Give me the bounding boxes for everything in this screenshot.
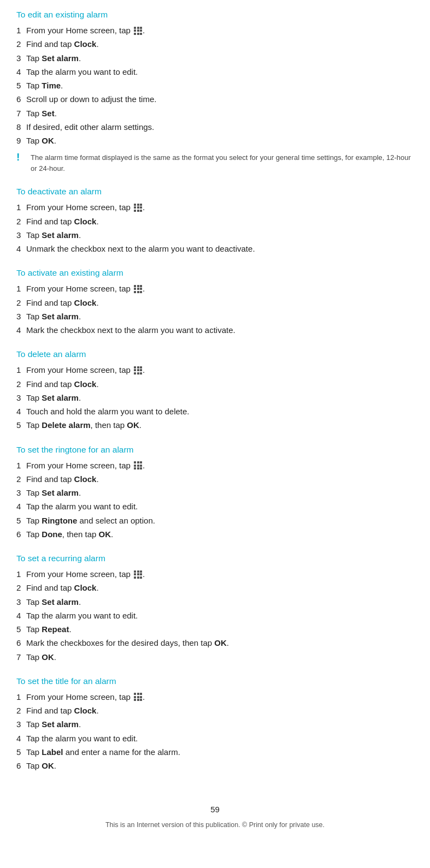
page-footer: 59This is an Internet version of this pu… (16, 805, 414, 834)
list-item: 2Find and tap Clock. (16, 215, 414, 228)
apps-grid-icon (134, 204, 142, 212)
list-item: 1From your Home screen, tap . (16, 568, 414, 580)
step-number: 8 (16, 121, 26, 133)
step-text: Find and tap Clock. (26, 473, 99, 485)
bold-text: Set alarm (42, 393, 79, 402)
step-number: 6 (16, 759, 26, 772)
bold-text: Set alarm (42, 488, 79, 497)
step-text: Find and tap Clock. (26, 704, 99, 717)
step-text: Tap the alarm you want to edit. (26, 732, 138, 745)
step-number: 5 (16, 623, 26, 635)
step-text: From your Home screen, tap . (26, 282, 145, 295)
step-number: 2 (16, 473, 26, 485)
step-text: Tap Time. (26, 79, 63, 92)
step-text: Find and tap Clock. (26, 215, 99, 228)
list-item: 3Tap Set alarm. (16, 52, 414, 64)
list-item: 8If desired, edit other alarm settings. (16, 121, 414, 133)
step-number: 4 (16, 66, 26, 78)
steps-list-delete-alarm: 1From your Home screen, tap .2Find and t… (16, 364, 414, 431)
list-item: 3Tap Set alarm. (16, 486, 414, 499)
list-item: 6Scroll up or down to adjust the time. (16, 93, 414, 105)
step-number: 5 (16, 514, 26, 527)
step-number: 5 (16, 746, 26, 758)
step-text: Find and tap Clock. (26, 296, 99, 309)
page-content: To edit an existing alarm1From your Home… (16, 10, 414, 834)
list-item: 6Tap OK. (16, 759, 414, 772)
step-number: 2 (16, 38, 26, 50)
step-number: 5 (16, 79, 26, 92)
page-number: 59 (16, 805, 414, 814)
step-text: Tap OK. (26, 651, 56, 663)
step-number: 4 (16, 324, 26, 336)
step-number: 3 (16, 486, 26, 499)
list-item: 1From your Home screen, tap . (16, 691, 414, 703)
apps-grid-icon (134, 27, 142, 35)
step-text: From your Home screen, tap . (26, 691, 145, 703)
bold-text: Clock (74, 217, 97, 226)
bold-text: Done (42, 530, 62, 539)
steps-list-ringtone-alarm: 1From your Home screen, tap .2Find and t… (16, 459, 414, 541)
step-text: Tap OK. (26, 759, 56, 772)
step-text: If desired, edit other alarm settings. (26, 121, 154, 133)
section-title-deactivate-alarm: To deactivate an alarm (16, 187, 414, 197)
list-item: 2Find and tap Clock. (16, 704, 414, 717)
step-number: 1 (16, 459, 26, 472)
section-title-activate-alarm: To activate an existing alarm (16, 268, 414, 278)
step-number: 7 (16, 107, 26, 120)
list-item: 4Tap the alarm you want to edit. (16, 732, 414, 745)
step-number: 3 (16, 718, 26, 730)
list-item: 1From your Home screen, tap . (16, 364, 414, 376)
step-number: 3 (16, 596, 26, 608)
list-item: 4Mark the checkbox next to the alarm you… (16, 324, 414, 336)
steps-list-recurring-alarm: 1From your Home screen, tap .2Find and t… (16, 568, 414, 663)
bold-text: Set alarm (42, 720, 79, 729)
step-text: From your Home screen, tap . (26, 364, 145, 376)
step-number: 1 (16, 691, 26, 703)
list-item: 4Tap the alarm you want to edit. (16, 66, 414, 78)
step-text: Tap Set alarm. (26, 310, 81, 323)
step-number: 1 (16, 568, 26, 580)
bold-text: Clock (74, 706, 97, 715)
list-item: 4Unmark the checkbox next to the alarm y… (16, 242, 414, 255)
list-item: 1From your Home screen, tap . (16, 282, 414, 295)
step-number: 1 (16, 24, 26, 37)
step-text: Tap Set alarm. (26, 718, 81, 730)
bold-text: Clock (74, 298, 97, 307)
bold-text: OK (42, 136, 54, 145)
step-text: Touch and hold the alarm you want to del… (26, 405, 190, 418)
list-item: 2Find and tap Clock. (16, 38, 414, 50)
list-item: 2Find and tap Clock. (16, 581, 414, 594)
list-item: 1From your Home screen, tap . (16, 459, 414, 472)
list-item: 6Tap Done, then tap OK. (16, 528, 414, 540)
step-number: 3 (16, 52, 26, 64)
step-number: 9 (16, 134, 26, 147)
bold-text: OK (127, 420, 139, 430)
bold-text: Delete alarm (42, 420, 90, 430)
step-number: 3 (16, 310, 26, 323)
step-number: 4 (16, 732, 26, 745)
step-text: Tap Done, then tap OK. (26, 528, 113, 540)
section-title-edit-alarm: To edit an existing alarm (16, 10, 414, 20)
list-item: 7Tap Set. (16, 107, 414, 120)
step-number: 3 (16, 391, 26, 404)
steps-list-title-alarm: 1From your Home screen, tap .2Find and t… (16, 691, 414, 772)
step-number: 6 (16, 528, 26, 540)
step-text: Find and tap Clock. (26, 38, 99, 50)
list-item: 3Tap Set alarm. (16, 596, 414, 608)
list-item: 2Find and tap Clock. (16, 378, 414, 390)
section-title-ringtone-alarm: To set the ringtone for an alarm (16, 445, 414, 455)
list-item: 7Tap OK. (16, 651, 414, 663)
step-text: Tap OK. (26, 134, 56, 147)
bold-text: OK (42, 761, 54, 770)
list-item: 1From your Home screen, tap . (16, 201, 414, 213)
bold-text: Set alarm (42, 53, 79, 63)
step-number: 4 (16, 405, 26, 418)
list-item: 1From your Home screen, tap . (16, 24, 414, 37)
list-item: 5Tap Ringtone and select an option. (16, 514, 414, 527)
step-number: 4 (16, 500, 26, 513)
steps-list-activate-alarm: 1From your Home screen, tap .2Find and t… (16, 282, 414, 336)
list-item: 4Tap the alarm you want to edit. (16, 500, 414, 513)
step-text: Tap the alarm you want to edit. (26, 66, 138, 78)
steps-list-deactivate-alarm: 1From your Home screen, tap .2Find and t… (16, 201, 414, 255)
steps-list-edit-alarm: 1From your Home screen, tap .2Find and t… (16, 24, 414, 147)
